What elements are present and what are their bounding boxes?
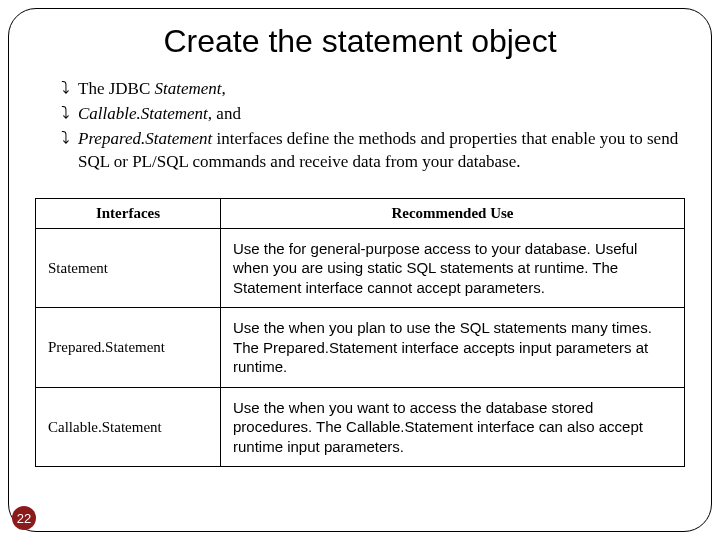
interface-desc-cell: Use the when you want to access the data… — [221, 387, 685, 467]
bullet-list: ⤵ The JDBC Statement, ⤵ Callable.Stateme… — [61, 78, 697, 174]
interface-name-cell: Prepared.Statement — [36, 308, 221, 388]
bullet-text: Prepared.Statement interfaces define the… — [78, 128, 697, 174]
bullet-icon: ⤵ — [61, 78, 70, 101]
table-header-interfaces: Interfaces — [36, 198, 221, 228]
table-row: Statement Use the for general-purpose ac… — [36, 228, 685, 308]
interface-name-cell: Statement — [36, 228, 221, 308]
bullet-text-italic: Statement, — [155, 79, 226, 98]
bullet-item: ⤵ The JDBC Statement, — [61, 78, 697, 101]
table-row: Prepared.Statement Use the when you plan… — [36, 308, 685, 388]
bullet-text: Callable.Statement, and — [78, 103, 697, 126]
table-header-recommended: Recommended Use — [221, 198, 685, 228]
bullet-text-italic: Prepared.Statement — [78, 129, 212, 148]
bullet-item: ⤵ Prepared.Statement interfaces define t… — [61, 128, 697, 174]
bullet-icon: ⤵ — [61, 128, 70, 151]
interface-name-cell: Callable.Statement — [36, 387, 221, 467]
page-number-badge: 22 — [12, 506, 36, 530]
slide: Create the statement object ⤵ The JDBC S… — [0, 0, 720, 540]
table-row: Callable.Statement Use the when you want… — [36, 387, 685, 467]
bullet-icon: ⤵ — [61, 103, 70, 126]
bullet-text-part: The JDBC — [78, 79, 155, 98]
bullet-text: The JDBC Statement, — [78, 78, 697, 101]
slide-frame: Create the statement object ⤵ The JDBC S… — [8, 8, 712, 532]
bullet-text-italic: Callable.Statement, — [78, 104, 212, 123]
interface-desc-cell: Use the for general-purpose access to yo… — [221, 228, 685, 308]
bullet-item: ⤵ Callable.Statement, and — [61, 103, 697, 126]
interface-desc-cell: Use the when you plan to use the SQL sta… — [221, 308, 685, 388]
interfaces-table: Interfaces Recommended Use Statement Use… — [35, 198, 685, 468]
bullet-text-part: and — [212, 104, 241, 123]
table-header-row: Interfaces Recommended Use — [36, 198, 685, 228]
slide-title: Create the statement object — [23, 23, 697, 60]
